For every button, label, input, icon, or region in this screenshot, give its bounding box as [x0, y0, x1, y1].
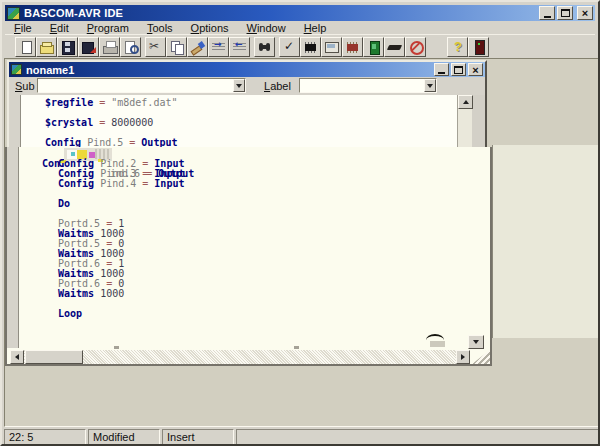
menu-item-file[interactable]: File	[5, 22, 41, 34]
label-dropdown-button[interactable]	[424, 79, 436, 92]
maximize-icon	[454, 66, 463, 74]
code-line: $regfile = "m8def.dat"	[45, 98, 177, 108]
app-icon	[7, 7, 20, 20]
help-button[interactable]	[447, 37, 468, 57]
program-chip-button[interactable]	[342, 37, 363, 57]
syntax-check-icon	[282, 40, 297, 54]
editor-minimize-button[interactable]	[434, 63, 449, 76]
indent-button[interactable]	[208, 37, 229, 57]
open-folder-button[interactable]	[36, 37, 57, 57]
print-preview-button[interactable]	[120, 37, 141, 57]
triangle-right-icon	[461, 354, 468, 360]
label-label: Label	[264, 80, 291, 92]
menu-item-tools[interactable]: Tools	[138, 22, 182, 34]
scroll-right-button[interactable]	[456, 350, 470, 364]
triangle-up-icon	[463, 97, 469, 104]
maximize-button[interactable]	[557, 6, 573, 20]
code-line	[58, 189, 184, 199]
save-all-icon	[81, 40, 96, 54]
compile-chip-icon	[303, 40, 318, 54]
compile-chip-button[interactable]	[300, 37, 321, 57]
find-button[interactable]	[254, 37, 275, 57]
repaint-region: Conf ind.6 = Output Config Pind.2 = Inpu…	[5, 147, 492, 366]
editor-window-title: noname1	[26, 64, 434, 76]
window-controls: ×	[539, 6, 593, 20]
unindent-button[interactable]	[229, 37, 250, 57]
code-line: Config Pind.4 = Input	[58, 179, 184, 189]
editor-close-button[interactable]: ×	[468, 63, 483, 76]
stop-button[interactable]	[405, 37, 426, 57]
stop-icon	[408, 40, 423, 54]
new-file-icon	[18, 40, 33, 54]
menu-item-window[interactable]: Window	[238, 22, 295, 34]
simulate-button[interactable]	[321, 37, 342, 57]
save-button[interactable]	[57, 37, 78, 57]
simulate-icon	[324, 40, 339, 54]
paint-speck	[114, 346, 119, 349]
menu-item-help[interactable]: Help	[295, 22, 336, 34]
save-icon	[60, 40, 75, 54]
minimize-icon	[544, 16, 551, 18]
print-preview-icon	[123, 40, 138, 54]
print-button[interactable]	[99, 37, 120, 57]
paste-brush-icon	[190, 40, 205, 54]
scroll-left-button[interactable]	[10, 350, 24, 364]
indent-icon	[211, 40, 226, 54]
app-window: BASCOM-AVR IDE × FileEditProgramToolsOpt…	[0, 0, 600, 446]
toolbar-group	[254, 37, 275, 57]
sub-combobox[interactable]	[37, 78, 246, 93]
copy-button[interactable]	[166, 37, 187, 57]
minimize-button[interactable]	[539, 6, 555, 20]
cut-icon	[148, 40, 163, 54]
code-line: $crystal = 8000000	[45, 118, 177, 128]
scroll-up-button[interactable]	[458, 95, 473, 109]
code-line: Waitms 1000	[58, 289, 184, 299]
toolbar	[5, 34, 595, 58]
status-insert-mode: Insert	[162, 429, 234, 445]
code-region-a: $regfile = "m8def.dat" $crystal = 800000…	[45, 98, 177, 148]
sub-label: Sub	[15, 80, 35, 92]
exit-icon	[471, 40, 486, 54]
hardware-button[interactable]	[384, 37, 405, 57]
sub-dropdown-button[interactable]	[233, 79, 245, 92]
new-file-button[interactable]	[15, 37, 36, 57]
chevron-down-icon	[427, 84, 433, 91]
editor-maximize-button[interactable]	[451, 63, 466, 76]
save-all-button[interactable]	[78, 37, 99, 57]
menu-item-options[interactable]: Options	[182, 22, 238, 34]
exit-button[interactable]	[468, 37, 489, 57]
mdi-area: noname1 × Sub Label	[4, 58, 600, 427]
horizontal-scrollbar[interactable]	[10, 350, 470, 364]
editor-window-icon	[11, 64, 22, 75]
minimize-icon	[438, 72, 445, 74]
unindent-icon	[232, 40, 247, 54]
toolbar-group	[145, 37, 250, 57]
lcd-button[interactable]	[363, 37, 384, 57]
sub-combobox-value	[38, 79, 245, 81]
sub-label-bar: Sub Label	[9, 77, 485, 95]
editor-window-controls: ×	[434, 63, 483, 76]
close-button[interactable]: ×	[577, 6, 593, 20]
find-icon	[257, 40, 272, 54]
label-combobox[interactable]	[299, 78, 437, 93]
horizontal-scroll-thumb[interactable]	[25, 350, 83, 364]
menu-item-edit[interactable]: Edit	[41, 22, 78, 34]
help-icon	[450, 40, 465, 54]
menu-item-program[interactable]: Program	[78, 22, 138, 34]
label-combobox-value	[300, 79, 436, 81]
syntax-check-button[interactable]	[279, 37, 300, 57]
code-line: Do	[58, 199, 184, 209]
cut-button[interactable]	[145, 37, 166, 57]
toolbar-group	[15, 37, 141, 57]
toolbar-group	[279, 37, 426, 57]
status-message	[236, 429, 600, 445]
scroll-down-button[interactable]	[468, 335, 484, 349]
triangle-down-icon	[473, 340, 479, 347]
resize-grip[interactable]	[472, 350, 490, 364]
paint-speck	[294, 346, 299, 349]
triangle-left-icon	[12, 354, 19, 360]
code-line: Loop	[58, 309, 184, 319]
paste-brush-button[interactable]	[187, 37, 208, 57]
copy-icon	[169, 40, 184, 54]
status-bar: 22: 5ModifiedInsert	[4, 427, 600, 446]
